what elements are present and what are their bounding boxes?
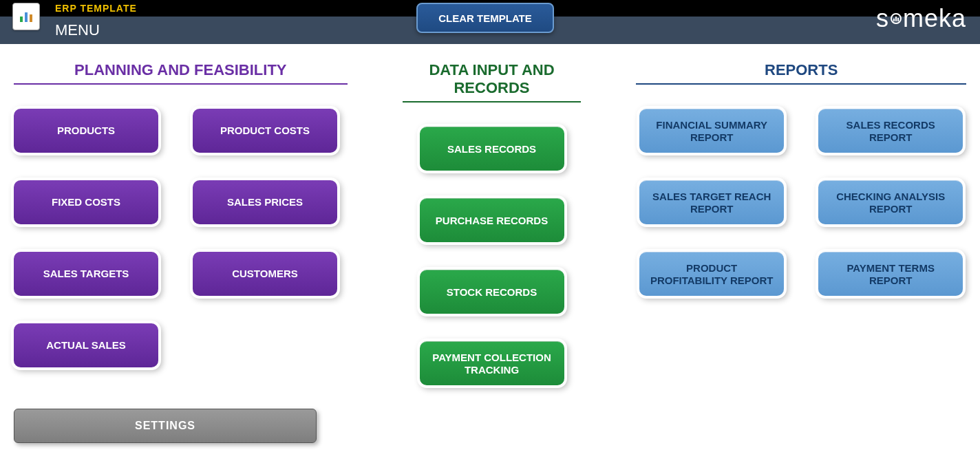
- checking-analysis-report-button[interactable]: CHECKING ANALYSIS REPORT: [818, 180, 963, 224]
- financial-summary-report-button[interactable]: FINANCIAL SUMMARY REPORT: [639, 109, 784, 153]
- sales-targets-button[interactable]: SALES TARGETS: [14, 252, 158, 296]
- svg-rect-2: [30, 14, 32, 22]
- clear-template-button[interactable]: CLEAR TEMPLATE: [416, 3, 554, 33]
- brand-chart-icon: [891, 13, 902, 24]
- actual-sales-button[interactable]: ACTUAL SALES: [14, 323, 158, 367]
- payment-terms-report-button[interactable]: PAYMENT TERMS REPORT: [818, 252, 963, 296]
- svg-rect-0: [20, 17, 23, 22]
- brand-text-2: meka: [903, 4, 966, 33]
- main-content: PLANNING AND FEASIBILITY PRODUCTS PRODUC…: [0, 44, 980, 443]
- products-button[interactable]: PRODUCTS: [14, 109, 158, 153]
- product-costs-button[interactable]: PRODUCT COSTS: [193, 109, 337, 153]
- data-input-grid: SALES RECORDS PURCHASE RECORDS STOCK REC…: [403, 127, 582, 385]
- svg-rect-1: [25, 12, 28, 22]
- section-planning-title: PLANNING AND FEASIBILITY: [14, 61, 348, 85]
- customers-button[interactable]: CUSTOMERS: [193, 252, 337, 296]
- section-reports-title: REPORTS: [636, 61, 966, 85]
- payment-collection-tracking-button[interactable]: PAYMENT COLLECTION TRACKING: [420, 341, 564, 385]
- product-profitability-report-button[interactable]: PRODUCT PROFITABILITY REPORT: [639, 252, 784, 296]
- menu-title: MENU: [55, 21, 100, 39]
- fixed-costs-button[interactable]: FIXED COSTS: [14, 180, 158, 224]
- brand-logo: s meka: [876, 4, 966, 33]
- section-planning: PLANNING AND FEASIBILITY PRODUCTS PRODUC…: [14, 61, 348, 443]
- app-logo-icon: [12, 3, 40, 30]
- sales-records-report-button[interactable]: SALES RECORDS REPORT: [818, 109, 963, 153]
- sales-target-reach-report-button[interactable]: SALES TARGET REACH REPORT: [639, 180, 784, 224]
- stock-records-button[interactable]: STOCK RECORDS: [420, 270, 564, 314]
- section-data-input-title: DATA INPUT AND RECORDS: [403, 61, 582, 103]
- sales-prices-button[interactable]: SALES PRICES: [193, 180, 337, 224]
- reports-grid: FINANCIAL SUMMARY REPORT SALES RECORDS R…: [636, 109, 966, 296]
- planning-grid: PRODUCTS PRODUCT COSTS FIXED COSTS SALES…: [14, 109, 348, 367]
- sales-records-button[interactable]: SALES RECORDS: [420, 127, 564, 171]
- section-reports: REPORTS FINANCIAL SUMMARY REPORT SALES R…: [636, 61, 966, 443]
- purchase-records-button[interactable]: PURCHASE RECORDS: [420, 198, 564, 242]
- app-title: ERP TEMPLATE: [55, 3, 137, 14]
- settings-button[interactable]: SETTINGS: [14, 409, 317, 443]
- brand-text-1: s: [876, 4, 889, 33]
- menu-bar: MENU CLEAR TEMPLATE s meka: [0, 17, 980, 44]
- section-data-input: DATA INPUT AND RECORDS SALES RECORDS PUR…: [403, 61, 582, 443]
